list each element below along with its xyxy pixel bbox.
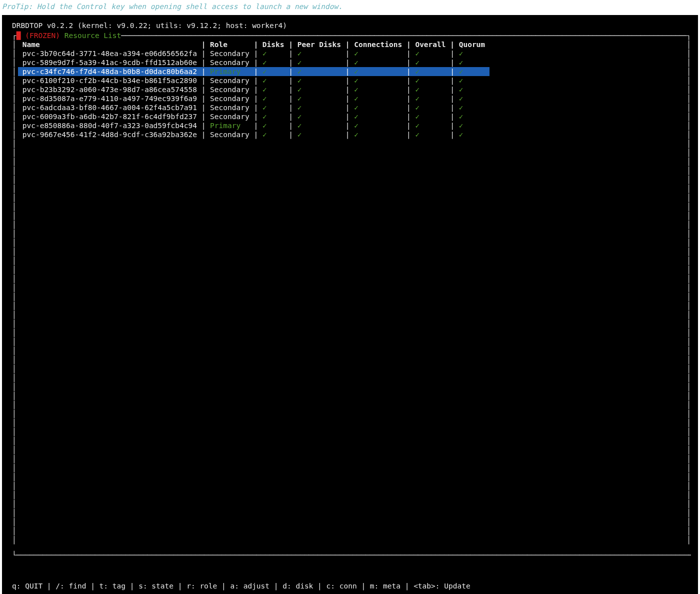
table-row[interactable]: pvc-589e9d7f-5a39-41ac-9cdb-ffd1512ab60e… — [18, 58, 691, 67]
section-title: Resource List — [64, 31, 122, 40]
frame-top-border: ┌ █ (FROZEN) Resource List ─────────────… — [12, 31, 691, 40]
help-bar: q: QUIT | /: find | t: tag | s: state | … — [12, 581, 470, 590]
table-row[interactable]: pvc-6100f210-cf2b-44cb-b34e-b861f5ac2890… — [18, 76, 691, 85]
resource-list-frame: ┌ █ (FROZEN) Resource List ─────────────… — [12, 31, 691, 559]
table-row[interactable]: pvc-b23b3292-a060-473e-98d7-a86cea574558… — [18, 85, 691, 94]
app-title: DRBDTOP v0.2.2 (kernel: v9.0.22; utils: … — [12, 21, 698, 30]
terminal-window: DRBDTOP v0.2.2 (kernel: v9.0.22; utils: … — [2, 15, 698, 594]
resource-table: Name | Role | Disks | Peer Disks | Conne… — [18, 40, 691, 139]
table-row[interactable]: pvc-6009a3fb-a6db-42b7-821f-6c4df9bfd237… — [18, 112, 691, 121]
frame-right-border: ││││││││││││││││││││││││││││││││││││││││… — [686, 40, 691, 550]
table-row[interactable]: pvc-e850886a-880d-40f7-a323-0ad59fcb4c94… — [18, 121, 691, 130]
table-row[interactable]: pvc-c34fc746-f7d4-48da-b0b8-d0dac80b6aa2… — [18, 67, 490, 76]
table-row[interactable]: pvc-8d35087a-e779-4110-a497-749ec939f6a9… — [18, 94, 691, 103]
table-row[interactable]: pvc-3b70c64d-3771-48ea-a394-e06d656562fa… — [18, 49, 691, 58]
table-row[interactable]: pvc-6adcdaa3-bf80-4667-a004-62f4a5cb7a91… — [18, 103, 691, 112]
table-header: Name | Role | Disks | Peer Disks | Conne… — [18, 40, 691, 49]
table-body[interactable]: pvc-3b70c64d-3771-48ea-a394-e06d656562fa… — [18, 49, 691, 139]
frame-bottom-border: └───────────────────────────────────────… — [12, 550, 691, 559]
table-row[interactable]: pvc-9667e456-41f2-4d8d-9cdf-c36a92ba362e… — [18, 130, 691, 139]
frozen-indicator: █ (FROZEN) — [16, 31, 60, 40]
protip-banner: ProTip: Hold the Control key when openin… — [0, 0, 700, 11]
frame-left-border: ││││││││││││││││││││││││││││││││││││││││… — [12, 40, 17, 550]
